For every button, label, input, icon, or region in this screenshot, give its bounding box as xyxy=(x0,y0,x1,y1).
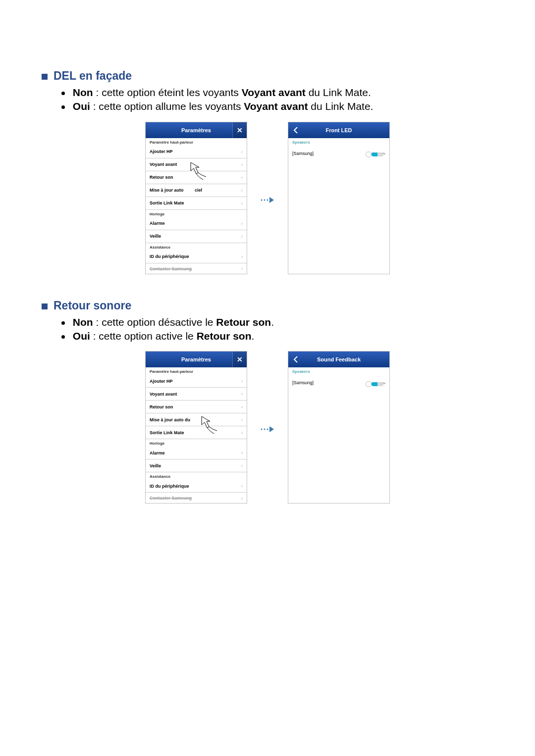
chevron-right-icon: › xyxy=(241,254,243,259)
phone-titlebar: Paramètres ✕ xyxy=(146,122,247,138)
chevron-right-icon: › xyxy=(241,404,243,409)
list-item[interactable]: ID du périphérique› xyxy=(146,251,247,263)
svg-point-0 xyxy=(261,199,263,201)
list-item[interactable]: Contacter Samsung› xyxy=(146,263,247,274)
figure-row: Paramètres ✕ Paramètre haut-parleur Ajou… xyxy=(42,122,493,274)
section-label: Paramètre haut-parleur xyxy=(146,138,247,146)
chevron-right-icon: › xyxy=(241,483,243,489)
list-item[interactable]: ID du périphérique› xyxy=(146,480,247,493)
list-item[interactable]: Retour son› xyxy=(146,401,247,413)
bullet-line: Oui : cette option allume les voyants Vo… xyxy=(61,100,493,113)
list-item[interactable]: Contacter Samsung› xyxy=(146,493,247,504)
chevron-right-icon: › xyxy=(241,391,243,397)
back-icon[interactable] xyxy=(288,122,303,138)
arrow-right-icon xyxy=(260,425,275,435)
chevron-right-icon: › xyxy=(241,162,243,167)
sound-feedback-phone: Sound Feedback Speakers [Samsung] OffOn xyxy=(288,351,390,504)
section-label: Speakers xyxy=(288,138,389,146)
square-bullet-icon xyxy=(42,74,48,80)
section-label: Horloge xyxy=(146,439,247,447)
list-item[interactable]: Ajouter HP› xyxy=(146,375,247,388)
list-item[interactable]: Alarme› xyxy=(146,217,247,230)
chevron-right-icon: › xyxy=(241,430,243,435)
chevron-right-icon: › xyxy=(241,188,243,193)
section-label: Speakers xyxy=(288,367,389,375)
list-item[interactable]: Ajouter HP› xyxy=(146,146,247,158)
section-heading-del: DEL en façade xyxy=(42,69,493,83)
phone-titlebar: Front LED xyxy=(288,122,389,138)
chevron-right-icon: › xyxy=(241,496,243,501)
chevron-right-icon: › xyxy=(241,378,243,384)
bullet-line: Non : cette option éteint les voyants Vo… xyxy=(61,86,493,100)
speaker-row[interactable]: [Samsung] OffOn xyxy=(288,146,389,161)
parametres-phone: Paramètres ✕ Paramètre haut-parleur Ajou… xyxy=(145,351,247,504)
list-item[interactable]: Voyant avant› xyxy=(146,388,247,401)
phone-title: Front LED xyxy=(325,127,352,133)
section-label: Paramètre haut-parleur xyxy=(146,367,247,375)
bullet-line: Non : cette option désactive le Retour s… xyxy=(61,315,493,329)
bullet-line: Oui : cette option active le Retour son. xyxy=(61,329,493,343)
figure-row: Paramètres ✕ Paramètre haut-parleur Ajou… xyxy=(42,351,493,504)
parametres-phone: Paramètres ✕ Paramètre haut-parleur Ajou… xyxy=(145,122,247,274)
list-item[interactable]: Retour son› xyxy=(146,171,247,184)
svg-point-2 xyxy=(267,199,268,201)
chevron-right-icon: › xyxy=(241,149,243,154)
list-item[interactable]: Sortie Link Mate› xyxy=(146,426,247,439)
list-item[interactable]: Mise à jour auto ciel› xyxy=(146,184,247,197)
dot-icon xyxy=(61,92,65,95)
svg-point-4 xyxy=(264,429,266,430)
section-heading-retour: Retour sonore xyxy=(42,299,493,312)
close-icon[interactable]: ✕ xyxy=(232,122,247,138)
phone-titlebar: Sound Feedback xyxy=(288,352,389,367)
list-item[interactable]: Voyant avant› xyxy=(146,158,247,171)
section-label: Horloge xyxy=(146,210,247,217)
svg-point-3 xyxy=(261,429,263,430)
bullet-list: Non : cette option éteint les voyants Vo… xyxy=(61,86,493,114)
svg-point-5 xyxy=(267,429,268,430)
arrow-right-icon xyxy=(260,196,275,206)
front-led-phone: Front LED Speakers [Samsung] OffOn xyxy=(288,122,390,274)
phone-titlebar: Paramètres ✕ xyxy=(146,352,247,367)
list-item[interactable]: Alarme› xyxy=(146,447,247,459)
chevron-right-icon: › xyxy=(241,463,243,468)
dot-icon xyxy=(61,321,65,325)
list-item[interactable]: Veille› xyxy=(146,230,247,243)
dot-icon xyxy=(61,105,65,109)
section-label: Assistance xyxy=(146,243,247,251)
chevron-right-icon: › xyxy=(241,266,243,271)
chevron-right-icon: › xyxy=(241,234,243,239)
section-label: Assistance xyxy=(146,472,247,480)
chevron-right-icon: › xyxy=(241,201,243,206)
bullet-list: Non : cette option désactive le Retour s… xyxy=(61,315,493,344)
svg-point-1 xyxy=(264,199,266,201)
dot-icon xyxy=(61,335,65,339)
phone-title: Paramètres xyxy=(181,356,211,362)
list-item[interactable]: Veille› xyxy=(146,459,247,472)
chevron-right-icon: › xyxy=(241,175,243,180)
chevron-right-icon: › xyxy=(241,417,243,422)
back-icon[interactable] xyxy=(288,352,303,367)
phone-title: Paramètres xyxy=(181,127,211,133)
list-item[interactable]: Mise à jour auto du› xyxy=(146,413,247,426)
close-icon[interactable]: ✕ xyxy=(232,352,247,367)
chevron-right-icon: › xyxy=(241,450,243,455)
speaker-row[interactable]: [Samsung] OffOn xyxy=(288,375,389,391)
chevron-right-icon: › xyxy=(241,221,243,226)
phone-title: Sound Feedback xyxy=(317,356,361,362)
square-bullet-icon xyxy=(42,303,48,309)
list-item[interactable]: Sortie Link Mate› xyxy=(146,197,247,210)
